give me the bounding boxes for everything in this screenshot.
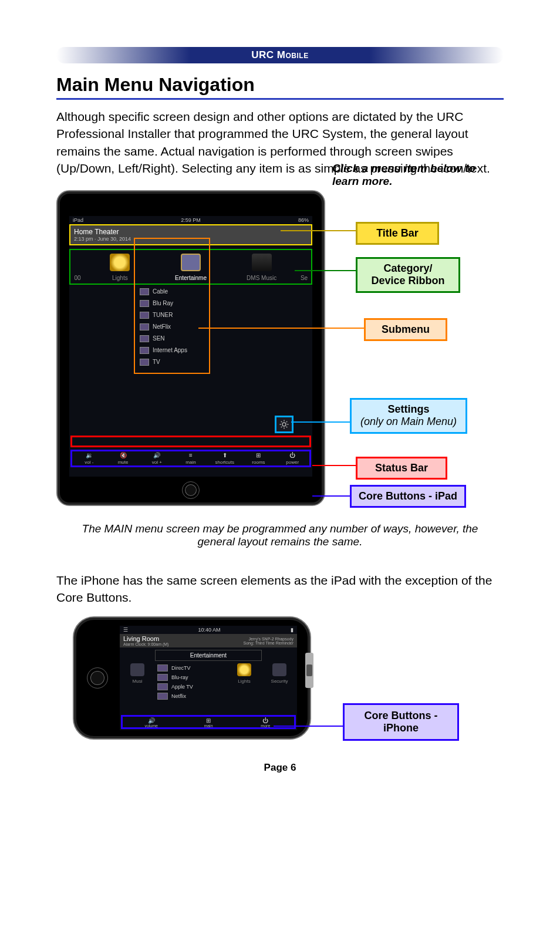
arrow-up-icon: ⬆ (222, 452, 227, 458)
iphone-alarm: Alarm Clock: 9:00am (M) (123, 642, 168, 646)
iphone-room: Living Room (123, 635, 168, 642)
legend-settings-note: (only on Main Menu) (357, 416, 460, 429)
core-rooms[interactable]: ⊞rooms (242, 451, 276, 465)
ipad-clock: 2:59 PM (181, 217, 201, 223)
iphone-screen: ☰ 10:40 AM ▮ Living Room Alarm Clock: 9:… (120, 626, 297, 730)
iphone-device-frame: ☰ 10:40 AM ▮ Living Room Alarm Clock: 9:… (73, 616, 311, 740)
ipad-figure: Click a menu item below to learn more. i… (56, 190, 504, 512)
ribbon-item-dms-music[interactable]: DMS Music (226, 252, 297, 281)
legend-category-ribbon[interactable]: Category/ Device Ribbon (356, 257, 460, 293)
page-title: Main Menu Navigation (56, 74, 504, 96)
music-icon (130, 663, 144, 676)
iphone-paragraph: The iPhone has the same screen elements … (56, 572, 504, 606)
status-bar-highlight[interactable] (70, 436, 311, 447)
iphone-clock: 10:40 AM (198, 627, 220, 633)
title-underline (56, 98, 504, 100)
ribbon-side-security[interactable]: Security (262, 663, 297, 701)
ribbon-side-music[interactable]: Musi (120, 663, 155, 701)
submenu-item[interactable]: Apple TV (155, 682, 227, 691)
leader-line (291, 421, 350, 423)
legend-core-ipad[interactable]: Core Buttons - iPad (350, 485, 466, 508)
core-vol-up[interactable]: 🔊vol + (140, 451, 174, 465)
ribbon-edge-right: Se (297, 252, 311, 281)
thumb-icon (140, 335, 149, 342)
entertainment-label[interactable]: Entertainment (155, 650, 262, 661)
power-icon: ⏻ (289, 452, 295, 458)
submenu-item[interactable]: Blu-ray (155, 673, 227, 682)
ribbon-edge-left: 00 (70, 252, 85, 281)
legend-settings[interactable]: Settings (only on Main Menu) (350, 398, 467, 434)
leader-line (274, 726, 343, 727)
submenu-item[interactable]: NetFlix (135, 321, 209, 333)
submenu-highlight: Cable Blu Ray TUNER NetFlix SEN Internet… (134, 284, 210, 374)
ipad-battery: 86% (298, 217, 309, 223)
submenu-item[interactable]: Internet Apps (135, 345, 209, 356)
battery-icon: ▮ (291, 627, 294, 633)
lightbulb-icon (110, 254, 130, 271)
settings-button[interactable] (275, 416, 294, 433)
thumb-icon (140, 300, 149, 307)
gear-icon (279, 419, 289, 430)
thumb-icon (157, 664, 168, 672)
thumb-icon (140, 288, 149, 295)
iphone-submenu: DirecTV Blu-ray Apple TV Netflix (155, 663, 227, 701)
core-main[interactable]: ≡main (174, 451, 208, 465)
ipad-device-frame: iPad 2:59 PM 86% Home Theater 2:13 pm · … (56, 190, 325, 506)
submenu-item[interactable]: Blu Ray (135, 298, 209, 309)
mute-icon: 🔇 (120, 452, 127, 458)
iphone-title-bar[interactable]: Living Room Alarm Clock: 9:00am (M) Jerr… (120, 634, 297, 647)
iphone-ribbon-row: Musi DirecTV Blu-ray Apple TV Netflix Li… (120, 663, 297, 701)
grid-icon: ⊞ (206, 717, 211, 724)
core-volume[interactable]: 🔊volume (123, 717, 180, 727)
legend-submenu[interactable]: Submenu (364, 318, 447, 342)
speaker-icon: 🔊 (148, 717, 155, 724)
core-vol-down[interactable]: 🔉vol - (72, 451, 106, 465)
submenu-item[interactable]: TV (135, 356, 209, 368)
iphone-home-button[interactable] (87, 667, 108, 689)
submenu-item[interactable]: TUNER (135, 309, 209, 321)
iphone-figure: ☰ 10:40 AM ▮ Living Room Alarm Clock: 9:… (56, 616, 504, 751)
thumb-icon (140, 347, 149, 354)
legend-title-bar[interactable]: Title Bar (356, 222, 439, 245)
legend-settings-title: Settings (387, 403, 429, 415)
leader-line (312, 495, 350, 497)
core-main[interactable]: ⊞main (180, 717, 237, 727)
svg-point-0 (282, 423, 286, 426)
page-number: Page 6 (56, 762, 504, 774)
ipad-carrier: iPad (73, 217, 83, 223)
iphone-side-switch (305, 653, 313, 688)
click-hint: Click a menu item below to learn more. (332, 162, 479, 188)
legend-core-iphone[interactable]: Core Buttons - iPhone (343, 703, 459, 741)
now-playing-2: Song: Third Time Reminder (244, 641, 294, 645)
iphone-ios-status: ☰ 10:40 AM ▮ (120, 626, 297, 634)
figure-caption: The MAIN menu screen may be programmed a… (80, 522, 480, 548)
leader-line (312, 465, 356, 466)
leader-line (198, 328, 364, 329)
legend-status-bar[interactable]: Status Bar (356, 457, 447, 480)
submenu-item[interactable]: Netflix (155, 691, 227, 701)
thumb-icon (157, 693, 168, 700)
core-shortcuts[interactable]: ⬆shortcuts (208, 451, 242, 465)
speaker-high-icon: 🔊 (153, 452, 160, 458)
now-playing-1: Jerry's SNP-2 Rhapsody (244, 637, 294, 641)
room-name: Home Theater (74, 228, 308, 236)
core-mute[interactable]: 🔇mute (106, 451, 140, 465)
ipad-home-button[interactable] (182, 481, 200, 499)
brand-label: URC Mobile (251, 49, 308, 60)
submenu-item[interactable]: SEN (135, 333, 209, 345)
thumb-icon (157, 674, 168, 681)
core-power[interactable]: ⏻power (275, 451, 309, 465)
submenu-item[interactable]: DirecTV (155, 663, 227, 673)
menu-icon: ≡ (189, 452, 193, 458)
ipad-ios-status-bar: iPad 2:59 PM 86% (69, 216, 312, 224)
thumb-icon (157, 683, 168, 690)
ribbon-side-lights[interactable]: Lights (227, 663, 262, 701)
lock-icon (272, 663, 286, 676)
submenu-item[interactable]: Cable (135, 286, 209, 298)
grid-icon: ⊞ (256, 452, 261, 458)
thumb-icon (140, 312, 149, 319)
thumb-icon (140, 323, 149, 330)
header-ribbon: URC Mobile (56, 47, 504, 63)
power-plus-icon: ⏻ (262, 717, 268, 724)
thumb-icon (140, 359, 149, 366)
